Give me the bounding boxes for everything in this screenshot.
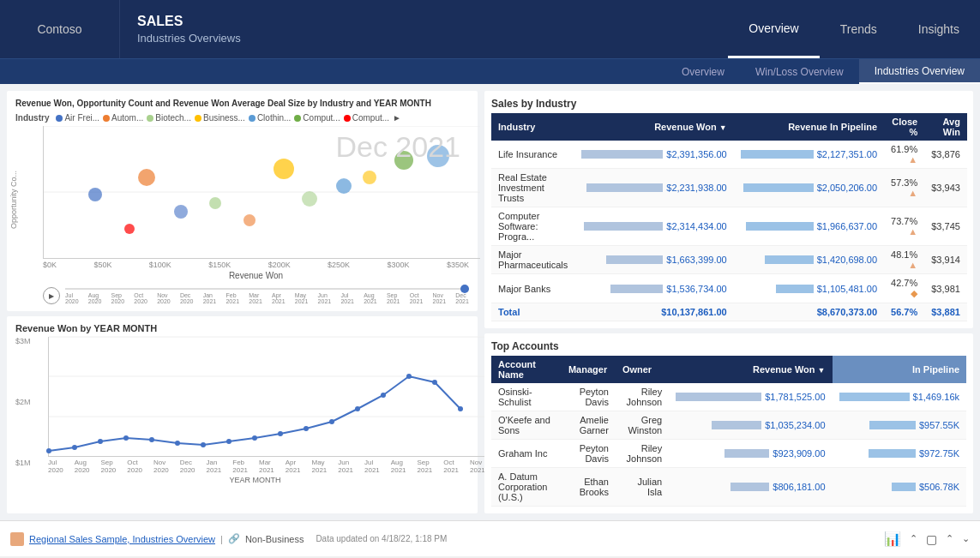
svg-point-21 [98, 439, 103, 444]
svg-point-29 [304, 426, 309, 431]
footer-tag: Non-Business [245, 534, 304, 544]
scatter-card: Revenue Won, Opportunity Count and Reven… [7, 91, 478, 311]
top-accounts-title: Top Accounts [491, 340, 966, 352]
page-subtitle: Industries Overviews [137, 32, 241, 45]
footer-separator: | [220, 534, 223, 544]
sales-industry-table: Industry Revenue Won ▼ Revenue In Pipeli… [491, 113, 967, 321]
svg-point-22 [123, 435, 129, 441]
industry-row: Real Estate Investment Trusts $2,231,938… [491, 169, 967, 207]
chevron-down-icon[interactable]: ⌄ [962, 533, 970, 544]
svg-point-10 [124, 224, 135, 234]
col-industry: Industry [491, 113, 574, 141]
svg-point-7 [274, 159, 294, 179]
svg-point-24 [175, 441, 180, 446]
title-block: SALES Industries Overviews [120, 0, 258, 58]
accounts-table-wrap[interactable]: Account Name Manager Owner Revenue Won ▼… [491, 356, 966, 507]
svg-point-5 [138, 169, 155, 186]
nav-overview[interactable]: Overview [728, 0, 819, 58]
big-date-label: Dec 2021 [335, 130, 460, 164]
line-chart-title: Revenue Won by YEAR MONTH [15, 323, 469, 333]
col-owner: Owner [616, 356, 669, 383]
svg-point-6 [209, 197, 221, 209]
svg-point-11 [174, 205, 188, 219]
account-row: Graham Inc Peyton Davis Riley Johnson $9… [491, 440, 966, 468]
col-revenue-won[interactable]: Revenue Won ▼ [574, 113, 733, 141]
svg-point-34 [432, 380, 437, 385]
svg-point-28 [278, 431, 283, 436]
svg-point-30 [329, 419, 334, 424]
legend-item-6: Comput... [344, 113, 389, 123]
subnav-industries[interactable]: Industries Overview [859, 59, 980, 84]
sales-industry-title: Sales by Industry [491, 98, 966, 110]
header-bar: Contoso SALES Industries Overviews Overv… [0, 0, 980, 58]
svg-point-26 [226, 439, 231, 444]
play-button[interactable]: ▶ [43, 287, 60, 304]
col-close: Close % [884, 113, 924, 141]
line-chart-svg [48, 337, 484, 457]
legend-item-1: Autom... [103, 113, 143, 123]
account-row: Osinski-Schulist Peyton Davis Riley John… [491, 383, 966, 411]
svg-point-12 [243, 214, 256, 226]
logo: Contoso [0, 0, 120, 58]
svg-point-19 [46, 448, 51, 453]
account-row: A. Datum Corporation (U.S.) Ethan Brooks… [491, 468, 966, 507]
legend-item-4: Clothin... [249, 113, 291, 123]
right-panel: Sales by Industry Industry Revenue Won ▼… [484, 84, 980, 520]
logo-text: Contoso [37, 22, 81, 36]
col-account: Account Name [491, 356, 562, 383]
legend-item-2: Biotech... [147, 113, 191, 123]
col-avgwin: Avg Win [924, 113, 967, 141]
top-accounts-table: Account Name Manager Owner Revenue Won ▼… [491, 356, 966, 507]
svg-point-4 [88, 188, 102, 201]
svg-point-20 [72, 445, 77, 450]
chevron-up-icon[interactable]: ⌃ [910, 533, 917, 544]
grid-icon[interactable]: ▢ [926, 532, 937, 546]
svg-point-27 [252, 435, 257, 441]
scatter-title: Revenue Won, Opportunity Count and Reven… [15, 98, 469, 110]
sales-by-industry-card: Sales by Industry Industry Revenue Won ▼… [484, 91, 973, 328]
main-content: Revenue Won, Opportunity Count and Reven… [0, 84, 980, 520]
svg-point-14 [363, 171, 376, 184]
footer-nonbusiness-icon: 🔗 [228, 533, 240, 544]
scatter-x-label: Revenue Won [43, 271, 469, 280]
left-panel: Revenue Won, Opportunity Count and Reven… [0, 84, 484, 520]
col-manager: Manager [562, 356, 616, 383]
svg-point-33 [406, 374, 412, 379]
industry-row: Computer Software: Progra... $2,314,434.… [491, 207, 967, 246]
legend-item-5: Comput... [294, 113, 340, 123]
nav-trends[interactable]: Trends [820, 0, 898, 58]
account-row: O'Keefe and Sons Amelie Garner Greg Wins… [491, 411, 966, 440]
app-title: SALES [137, 14, 241, 29]
svg-point-13 [302, 191, 317, 207]
svg-point-8 [336, 178, 352, 194]
legend-item-3: Business... [195, 113, 245, 123]
industry-row: Major Banks $1,536,734.00 $1,105,481.00 [491, 274, 967, 303]
svg-point-35 [458, 406, 463, 411]
chevron-up-icon-2[interactable]: ⌃ [946, 533, 953, 544]
nav-insights[interactable]: Insights [898, 0, 980, 58]
svg-point-23 [149, 437, 154, 442]
line-chart-card: Revenue Won by YEAR MONTH $3M$2M$1M [7, 316, 478, 513]
line-x-label: YEAR MONTH [48, 476, 462, 484]
subnav-overview[interactable]: Overview [666, 59, 740, 84]
footer-report-link[interactable]: Regional Sales Sample, Industries Overvi… [29, 534, 215, 544]
subnav: Overview Win/Loss Overview Industries Ov… [0, 58, 980, 84]
svg-point-25 [201, 442, 206, 447]
chart-icon[interactable]: 📊 [884, 531, 901, 547]
footer-icon [10, 532, 24, 546]
subnav-winloss[interactable]: Win/Loss Overview [740, 59, 859, 84]
footer-updated: Data updated on 4/18/22, 1:18 PM [316, 534, 447, 543]
top-accounts-card: Top Accounts Account Name Manager Owner … [484, 333, 973, 513]
industry-total-row: Total $10,137,861.00 $8,670,373.00 56.7%… [491, 303, 967, 321]
col-in-pipeline: In Pipeline [833, 356, 966, 383]
col-rev-won[interactable]: Revenue Won ▼ [669, 356, 832, 383]
footer: Regional Sales Sample, Industries Overvi… [0, 520, 980, 556]
legend-item-0: Air Frei... [56, 113, 99, 123]
header: Contoso SALES Industries Overviews Overv… [0, 0, 980, 84]
account-row: Pacocha LLC Amelie Garner Alicia Thomber… [491, 507, 966, 507]
legend-label: Industry [15, 113, 49, 123]
svg-point-32 [381, 393, 386, 398]
footer-icons: 📊 ⌃ ▢ ⌃ ⌄ [884, 531, 970, 547]
scatter-y-label: Opportunity Co... [15, 126, 39, 280]
header-nav: Overview Trends Insights [728, 0, 980, 58]
